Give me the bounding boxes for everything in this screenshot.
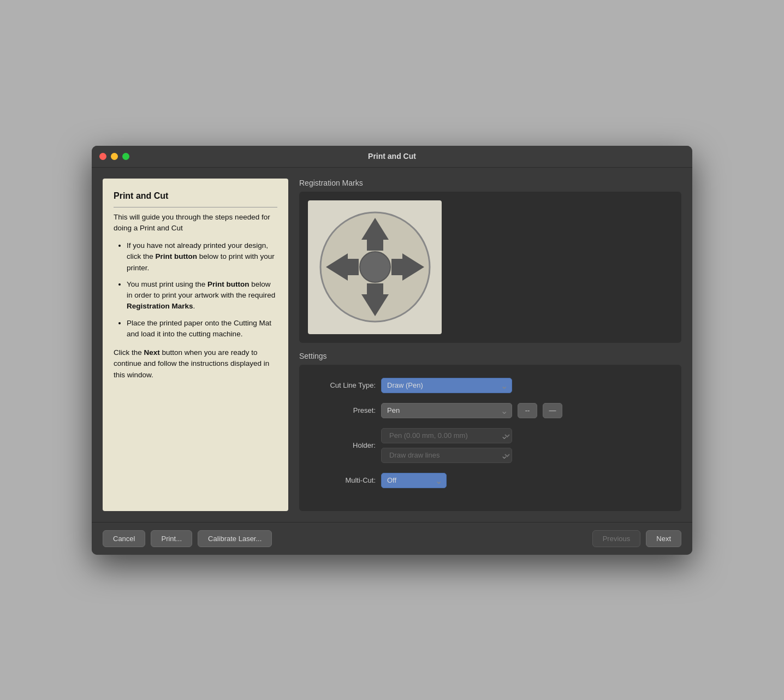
next-button[interactable]: Next [646, 530, 681, 547]
holder-action-select: Draw draw lines [381, 448, 512, 463]
preset-row: Preset: Pen Cut Score -- — [310, 403, 670, 418]
bullet-item-1: If you have not already printed your des… [127, 240, 277, 274]
preset-wrapper: Pen Cut Score [381, 403, 512, 418]
holder-label: Holder: [310, 441, 376, 449]
close-button[interactable] [99, 153, 106, 160]
bullet-item-2: You must print using the Print button be… [127, 279, 277, 312]
window-title: Print and Cut [368, 152, 416, 161]
bullet-1-bold: Print button [156, 252, 197, 260]
holder-row: Holder: Pen (0.00 mm, 0.00 mm) Draw draw… [310, 428, 670, 463]
bullet-3-text: Place the printed paper onto the Cutting… [127, 319, 271, 338]
multi-cut-select[interactable]: Off 2 3 [381, 473, 447, 488]
previous-button: Previous [592, 530, 641, 547]
bullet-2-bold2: Registration Marks [127, 302, 193, 310]
cut-line-type-wrapper: Draw (Pen) Cut Score [381, 378, 512, 393]
reg-marks-section: Registration Marks [299, 179, 681, 343]
cut-line-type-label: Cut Line Type: [310, 381, 376, 389]
svg-point-1 [360, 252, 390, 282]
settings-box: Cut Line Type: Draw (Pen) Cut Score Pres… [299, 365, 681, 511]
left-panel: Print and Cut This will guide you throug… [103, 179, 288, 511]
reg-marks-image [308, 200, 442, 334]
print-button[interactable]: Print... [151, 530, 192, 547]
preset-label: Preset: [310, 406, 376, 414]
preset-minus-button[interactable]: — [543, 403, 562, 418]
note-bold: Next [144, 348, 160, 357]
cut-line-type-select[interactable]: Draw (Pen) Cut Score [381, 378, 512, 393]
bullet-2-after2: . [193, 302, 195, 310]
bullet-list: If you have not already printed your des… [114, 240, 277, 340]
right-panel: Registration Marks [299, 179, 681, 511]
cancel-button[interactable]: Cancel [103, 530, 145, 547]
calibrate-laser-button[interactable]: Calibrate Laser... [198, 530, 272, 547]
holder-action-wrapper: Draw draw lines [381, 448, 512, 463]
holder-select-wrapper: Pen (0.00 mm, 0.00 mm) [381, 428, 512, 443]
panel-intro: This will guide you through the steps ne… [114, 212, 277, 234]
traffic-lights [99, 153, 129, 160]
bottom-bar: Cancel Print... Calibrate Laser... Previ… [92, 522, 692, 555]
multi-cut-label: Multi-Cut: [310, 476, 376, 484]
settings-title: Settings [299, 352, 681, 360]
preset-dash-button[interactable]: -- [518, 403, 537, 418]
panel-heading: Print and Cut [114, 189, 277, 207]
reg-marks-box [299, 192, 681, 343]
maximize-button[interactable] [122, 153, 129, 160]
main-window: Print and Cut Print and Cut This will gu… [92, 146, 692, 555]
note-before: Click the [114, 348, 144, 357]
cut-line-type-row: Cut Line Type: Draw (Pen) Cut Score [310, 378, 670, 393]
bullet-2-bold: Print button [207, 280, 249, 288]
settings-section: Settings Cut Line Type: Draw (Pen) Cut S… [299, 352, 681, 511]
note-paragraph: Click the Next button when you are ready… [114, 347, 277, 381]
reg-marks-title: Registration Marks [299, 179, 681, 187]
bullet-item-3: Place the printed paper onto the Cutting… [127, 318, 277, 340]
main-content: Print and Cut This will guide you throug… [92, 168, 692, 522]
preset-select[interactable]: Pen Cut Score [381, 403, 512, 418]
multi-cut-wrapper: Off 2 3 [381, 473, 447, 488]
multi-cut-row: Multi-Cut: Off 2 3 [310, 473, 670, 488]
bullet-2-before: You must print using the [127, 280, 207, 288]
minimize-button[interactable] [111, 153, 118, 160]
titlebar: Print and Cut [92, 146, 692, 168]
reg-marks-svg [318, 210, 432, 324]
holder-select: Pen (0.00 mm, 0.00 mm) [381, 428, 512, 443]
